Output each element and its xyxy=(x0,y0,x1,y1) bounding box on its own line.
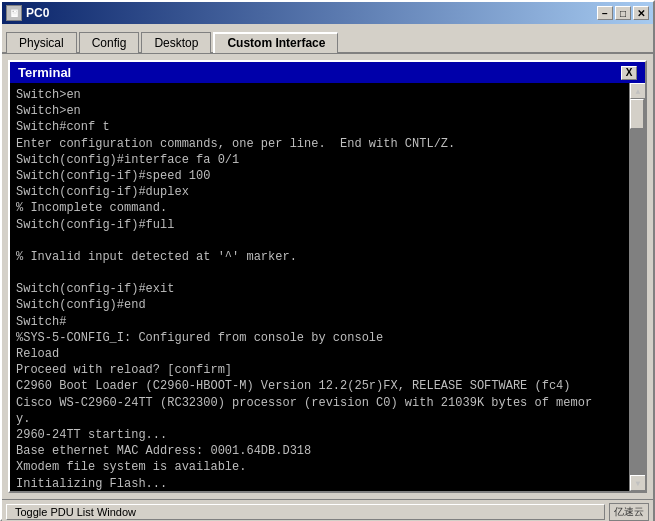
content-area: Terminal X Switch>en Switch>en Switch#co… xyxy=(2,54,653,499)
title-bar-buttons: − □ ✕ xyxy=(597,6,649,20)
tab-config[interactable]: Config xyxy=(79,32,140,53)
status-bar: Toggle PDU List Window 亿速云 xyxy=(2,499,653,521)
scroll-thumb[interactable] xyxy=(630,99,644,129)
close-button[interactable]: ✕ xyxy=(633,6,649,20)
scroll-track[interactable] xyxy=(630,99,645,475)
terminal-title: Terminal xyxy=(18,65,71,80)
title-bar: 🖥 PC0 − □ ✕ xyxy=(2,2,653,24)
tab-physical[interactable]: Physical xyxy=(6,32,77,53)
terminal-scrollbar[interactable]: ▲ ▼ xyxy=(629,83,645,491)
terminal-close-button[interactable]: X xyxy=(621,66,637,80)
window-title: PC0 xyxy=(26,6,49,20)
logo: 亿速云 xyxy=(609,503,649,521)
tab-custom-interface[interactable]: Custom Interface xyxy=(213,32,338,53)
scroll-down-button[interactable]: ▼ xyxy=(630,475,645,491)
tab-bar: Physical Config Desktop Custom Interface xyxy=(2,24,653,54)
terminal-text: Switch>en Switch>en Switch#conf t Enter … xyxy=(10,83,629,491)
window-icon: 🖥 xyxy=(6,5,22,21)
tab-desktop[interactable]: Desktop xyxy=(141,32,211,53)
toggle-pdu-button[interactable]: Toggle PDU List Window xyxy=(6,504,605,520)
main-window: 🖥 PC0 − □ ✕ Physical Config Desktop Cust… xyxy=(0,0,655,521)
terminal-window: Terminal X Switch>en Switch>en Switch#co… xyxy=(8,60,647,493)
minimize-button[interactable]: − xyxy=(597,6,613,20)
scroll-up-button[interactable]: ▲ xyxy=(630,83,645,99)
terminal-body[interactable]: Switch>en Switch>en Switch#conf t Enter … xyxy=(10,83,645,491)
title-bar-left: 🖥 PC0 xyxy=(6,5,49,21)
terminal-title-bar: Terminal X xyxy=(10,62,645,83)
maximize-button[interactable]: □ xyxy=(615,6,631,20)
